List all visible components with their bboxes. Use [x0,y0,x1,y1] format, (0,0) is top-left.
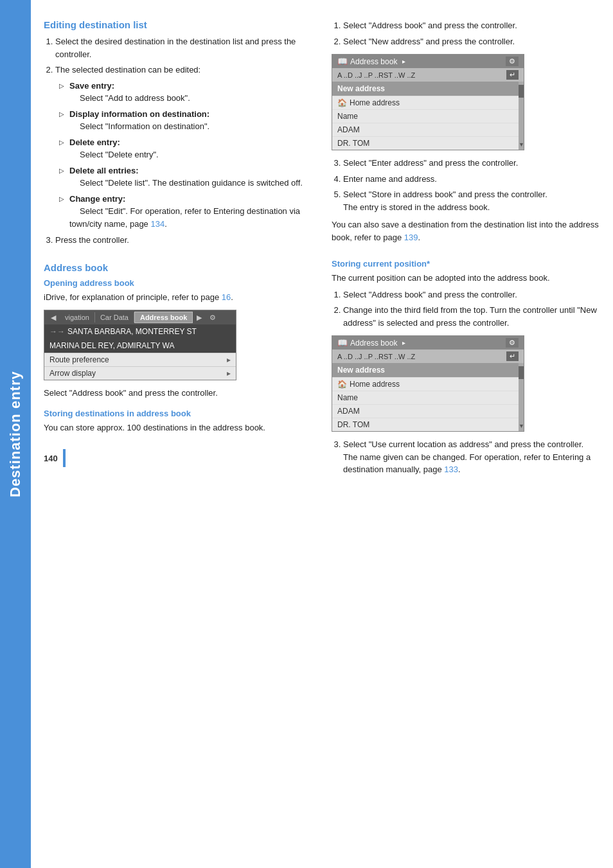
drtom-label-2: DR. TOM [337,420,369,429]
destination-text-2: MARINA DEL REY, ADMIRALTY WA [49,341,175,350]
addr-header-2: 📖 Address book ▸ ⚙ [332,336,524,350]
route-arrow-icon: ▸ [227,355,231,364]
home-label-1: Home address [350,98,400,107]
addr-header-title-2: 📖 Address book ▸ [337,338,405,348]
enter-icon-2[interactable]: ↵ [506,351,519,361]
nav-tab-bar: ◀ vigation Car Data Address book ▶ ⚙ [44,310,236,324]
book-icon-2: 📖 [337,338,348,348]
list-row-adam-2[interactable]: ADAM [332,404,519,418]
pos-step-2: Change into the third field from the top… [343,304,600,329]
addr-header-title-1: 📖 Address book ▸ [337,57,405,66]
right-steps-section: Select "Address book" and press the cont… [332,19,600,244]
alpha-text-1: A ..D ..J ..P ..RST ..W ..Z [337,71,415,79]
sidebar-label: Destination entry [0,0,31,868]
step-2: The selected destination can be edited: … [55,64,312,230]
home-icon-2: 🏠 [337,380,347,389]
adam-label-2: ADAM [337,407,360,416]
addr-header-1: 📖 Address book ▸ ⚙ [332,55,524,68]
addr-widget-1: 📖 Address book ▸ ⚙ A ..D ..J ..P ..RST .… [332,54,524,150]
addr-header-arrow-1: ▸ [402,58,405,65]
dest-arrow-icon: →→ [49,327,65,336]
list-row-adam-1[interactable]: ADAM [332,123,519,136]
new-address-row-2[interactable]: New address [332,363,519,377]
pos-step-3-note: The name given can be changed. For opera… [343,452,591,475]
scroll-bar-1[interactable]: ▼ [519,82,524,150]
scroll-thumb-1 [519,85,524,98]
destination-row-1: →→ SANTA BARBARA, MONTERREY ST [44,324,236,339]
editing-destination-section: Editing destination list Select the desi… [44,19,312,247]
addr-header-arrow-2: ▸ [402,339,405,346]
right-step-4: Enter name and address. [343,173,600,186]
alpha-row-1: A ..D ..J ..P ..RST ..W ..Z ↵ [332,68,524,82]
arrow-display-label: Arrow display [49,369,96,378]
link-133[interactable]: 133 [444,465,458,474]
list-row-home-1[interactable]: 🏠 Home address [332,96,519,109]
nav-tab-addressbook[interactable]: Address book [134,312,193,323]
pos-step-1: Select "Address book" and press the cont… [343,288,600,301]
after-widget-text: Select "Address book" and press the cont… [44,387,312,400]
route-preference-label: Route preference [49,355,109,364]
link-134[interactable]: 134 [150,219,164,229]
list-row-home-2[interactable]: 🏠 Home address [332,377,519,391]
opening-intro: iDrive, for explanation of principle, re… [44,291,312,304]
step-3: Press the controller. [55,234,312,247]
page-number: 140 [44,449,312,467]
nav-forward-icon[interactable]: ▶ [193,312,206,323]
step-1: Select the desired destination in the de… [55,35,312,60]
right-step-1: Select "Address book" and press the cont… [343,19,600,32]
link-16[interactable]: 16 [222,292,231,302]
route-preference-row[interactable]: Route preference ▸ [44,353,236,366]
nav-tab-navigation[interactable]: vigation [60,312,95,323]
adam-label-1: ADAM [337,125,360,134]
storing-position-title: Storing current position* [332,259,600,269]
page-num-bar [63,449,66,467]
enter-icon-1[interactable]: ↵ [506,70,519,80]
address-book-title: Address book [44,262,312,273]
list-row-drtom-1[interactable]: DR. TOM [332,136,519,150]
storing-position-section: Storing current position* The current po… [332,259,600,476]
name-label-2: Name [337,393,358,402]
list-area-1: New address 🏠 Home address Name ADAM [332,82,519,150]
address-book-section: Address book Opening address book iDrive… [44,262,312,434]
list-row-drtom-2[interactable]: DR. TOM [332,418,519,431]
addr-title-text-1: Address book [350,57,397,66]
sub-item-change: Change entry: Select "Edit". For operati… [69,193,312,231]
scroll-arrow-down-2: ▼ [519,423,524,429]
book-icon-1: 📖 [337,57,348,66]
sub-item-save: Save entry: Select "Add to address book"… [69,80,312,105]
list-row-name-1[interactable]: Name [332,109,519,123]
addr-body-2: New address 🏠 Home address Name ADAM [332,363,524,431]
list-row-name-2[interactable]: Name [332,391,519,404]
new-address-row-1[interactable]: New address [332,82,519,96]
nav-settings-icon[interactable]: ⚙ [206,312,220,323]
alpha-row-2: A ..D ..J ..P ..RST ..W ..Z ↵ [332,350,524,363]
right-step-2: Select "New address" and press the contr… [343,35,600,48]
note-text: You can also save a destination from the… [332,218,600,244]
alpha-text-2: A ..D ..J ..P ..RST ..W ..Z [337,353,415,360]
nav-tab-cardata[interactable]: Car Data [95,312,134,323]
scroll-thumb-2 [519,366,524,379]
addr-body-1: New address 🏠 Home address Name ADAM [332,82,524,150]
home-label-2: Home address [350,380,400,389]
sub-item-delete-all: Delete all entries: Select "Delete list"… [69,164,312,190]
editing-title: Editing destination list [44,19,312,30]
right-column: Select "Address book" and press the cont… [332,19,600,849]
name-label-1: Name [337,112,358,121]
nav-widget: ◀ vigation Car Data Address book ▶ ⚙ →→ … [44,310,236,380]
arrow-display-row[interactable]: Arrow display ▸ [44,366,236,380]
link-139[interactable]: 139 [404,233,418,242]
storing-position-intro: The current position can be adopted into… [332,272,600,285]
home-icon-1: 🏠 [337,98,347,107]
back-button-1[interactable]: ⚙ [506,57,519,66]
nav-back-icon[interactable]: ◀ [47,312,60,323]
destination-text-1: SANTA BARBARA, MONTERREY ST [67,327,197,336]
right-step-3: Select "Enter address" and press the con… [343,157,600,170]
pos-step-3: Select "Use current location as address"… [343,438,600,476]
scroll-bar-2[interactable]: ▼ [519,363,524,431]
destination-row-2: MARINA DEL REY, ADMIRALTY WA [44,339,236,353]
addr-widget-2: 📖 Address book ▸ ⚙ A ..D ..J ..P ..RST .… [332,335,524,432]
store-intro-text: You can store approx. 100 destinations i… [44,421,312,434]
list-area-2: New address 🏠 Home address Name ADAM [332,363,519,431]
back-button-2[interactable]: ⚙ [506,338,519,348]
addr-title-text-2: Address book [350,339,397,348]
